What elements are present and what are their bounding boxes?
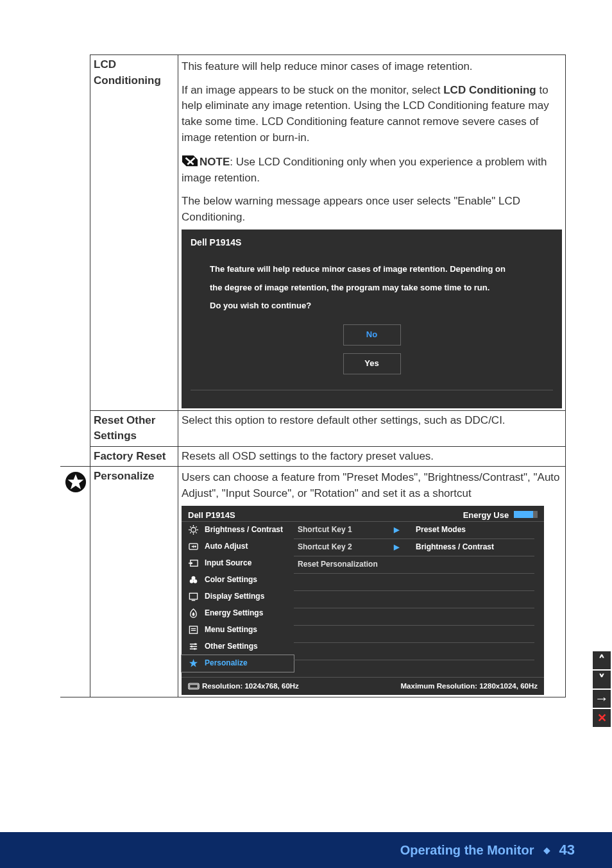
- star-in-circle-icon: [65, 471, 87, 493]
- submenu-arrow-icon: ▶: [394, 542, 399, 553]
- icon-cell-empty: [60, 410, 90, 446]
- nav-exit-button[interactable]: ✕: [593, 709, 611, 727]
- osd-nav-menu-settings[interactable]: Menu Settings: [182, 622, 294, 638]
- osd-dialog-yes-button[interactable]: Yes: [343, 353, 401, 374]
- osd-right-panel: ▶ Preset Modes ▶ Brightness / Contrast .…: [390, 522, 534, 677]
- svg-rect-15: [189, 594, 197, 599]
- osd-value-preset-modes[interactable]: ▶ Preset Modes: [390, 522, 534, 539]
- lcd-para-2: If an image appears to be stuck on the m…: [182, 83, 562, 146]
- svg-line-7: [196, 532, 196, 533]
- lcd-conditioning-label: LCD Conditioning: [90, 55, 178, 411]
- resolution-icon: [188, 682, 200, 690]
- other-settings-icon: [188, 642, 198, 652]
- osd-nav-color-settings[interactable]: Color Settings: [182, 572, 294, 588]
- lcd-conditioning-content: This feature will help reduce minor case…: [178, 55, 566, 411]
- footer-section: Operating the Monitor: [400, 843, 534, 858]
- osd-nav-other-settings[interactable]: Other Settings: [182, 638, 294, 655]
- nav-down-button[interactable]: ˅: [593, 671, 611, 689]
- svg-line-8: [190, 532, 191, 533]
- lcd-label-line2: Conditioning: [94, 74, 161, 87]
- svg-rect-25: [194, 648, 195, 650]
- osd-shortcut-key-1[interactable]: Shortcut Key 1: [294, 522, 390, 539]
- osd-nav-energy-settings[interactable]: Energy Settings: [182, 605, 294, 622]
- osd-shortcut-key-2[interactable]: Shortcut Key 2: [294, 539, 390, 556]
- svg-rect-17: [189, 626, 197, 633]
- submenu-arrow-icon: ▶: [394, 525, 399, 535]
- lcd-para-3: The below warning message appears once u…: [182, 194, 562, 225]
- monitor-side-buttons: ˄ ˅ → ✕: [593, 651, 612, 728]
- factory-reset-label: Factory Reset: [90, 446, 178, 467]
- page-footer: Operating the Monitor ◆ 43: [0, 832, 612, 868]
- energy-settings-icon: [188, 608, 198, 619]
- svg-point-12: [191, 576, 195, 580]
- settings-table: LCD Conditioning This feature will help …: [60, 54, 566, 697]
- reset-other-label: Reset Other Settings: [90, 410, 178, 446]
- lcd-note: NOTE: Use LCD Conditioning only when you…: [182, 153, 562, 186]
- osd-reset-personalization[interactable]: Reset Personalization: [294, 556, 390, 574]
- nav-up-button[interactable]: ˄: [593, 651, 611, 669]
- display-settings-icon: [188, 592, 198, 602]
- osd-foot-max-resolution: Maximum Resolution: 1280x1024, 60Hz: [401, 681, 538, 692]
- brightness-contrast-icon: [188, 525, 198, 535]
- osd-foot-resolution: Resolution: 1024x768, 60Hz: [188, 681, 299, 692]
- svg-rect-23: [194, 644, 196, 646]
- lcd-para-1: This feature will help reduce minor case…: [182, 59, 562, 75]
- osd-menu-title: Dell P1914S: [188, 510, 235, 521]
- svg-line-6: [190, 527, 191, 528]
- osd-dialog-line3: Do you wish to continue?: [210, 297, 553, 315]
- personalize-icon: [188, 658, 198, 669]
- osd-left-nav: Brightness / Contrast Auto Adjust Input …: [182, 522, 294, 677]
- personalize-text: Users can choose a feature from "Preset …: [182, 470, 562, 501]
- personalize-label: Personalize: [90, 467, 178, 697]
- osd-value-brightness-contrast[interactable]: ▶ Brightness / Contrast: [390, 539, 534, 556]
- osd-dialog-line1: The feature will help reduce minor cases…: [210, 260, 553, 279]
- osd-nav-display-settings[interactable]: Display Settings: [182, 588, 294, 605]
- svg-rect-26: [189, 683, 199, 689]
- svg-rect-27: [190, 685, 198, 688]
- osd-nav-auto-adjust[interactable]: Auto Adjust: [182, 538, 294, 555]
- svg-rect-24: [191, 646, 192, 647]
- energy-bars-icon: [514, 511, 538, 518]
- menu-settings-icon: [188, 625, 198, 635]
- icon-cell-empty: [60, 446, 90, 467]
- osd-nav-input-source[interactable]: Input Source: [182, 555, 294, 572]
- osd-nav-brightness-contrast[interactable]: Brightness / Contrast: [182, 522, 294, 538]
- osd-dialog-line2: the degree of image retention, the progr…: [210, 279, 553, 297]
- osd-dialog-title: Dell P1914S: [191, 236, 553, 249]
- reset-other-content: Select this option to restore default ot…: [178, 410, 566, 446]
- svg-point-14: [193, 580, 197, 583]
- svg-line-9: [196, 527, 196, 528]
- color-settings-icon: [188, 575, 198, 585]
- personalize-icon-cell: [60, 467, 90, 697]
- nav-enter-button[interactable]: →: [593, 690, 611, 708]
- osd-middle-panel: Shortcut Key 1 Shortcut Key 2 Reset Pers…: [294, 522, 390, 677]
- footer-divider-icon: ◆: [543, 845, 550, 855]
- osd-warning-dialog: Dell P1914S The feature will help reduce…: [182, 230, 562, 408]
- lcd-label-line1: LCD: [94, 58, 116, 71]
- osd-personalize-menu: Dell P1914S Energy Use Brightness / Cont…: [182, 506, 544, 696]
- osd-nav-personalize[interactable]: Personalize: [181, 655, 294, 672]
- auto-adjust-icon: [188, 542, 198, 552]
- osd-dialog-no-button[interactable]: No: [343, 324, 401, 346]
- icon-cell-empty: [60, 55, 90, 411]
- factory-reset-content: Resets all OSD settings to the factory p…: [178, 446, 566, 467]
- svg-point-13: [189, 580, 193, 583]
- osd-energy-label: Energy Use: [463, 510, 538, 521]
- footer-page-number: 43: [559, 842, 575, 858]
- personalize-content: Users can choose a feature from "Preset …: [178, 467, 566, 697]
- note-icon: [182, 153, 198, 167]
- input-source-icon: [188, 558, 198, 569]
